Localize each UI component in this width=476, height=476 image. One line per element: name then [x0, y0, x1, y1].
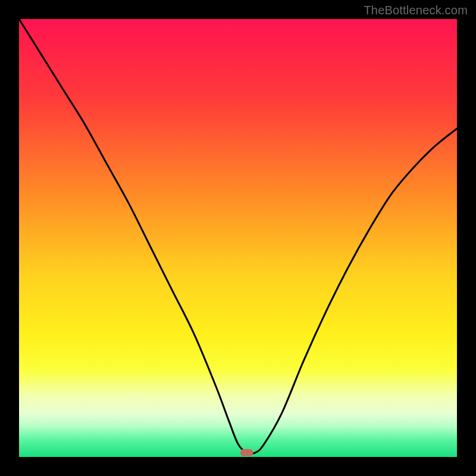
chart-svg	[19, 19, 457, 457]
chart-background-gradient	[19, 19, 457, 457]
outer-frame: TheBottleneck.com	[0, 0, 476, 476]
chart-plot-area	[19, 19, 457, 457]
watermark-text: TheBottleneck.com	[364, 4, 468, 17]
optimal-point-marker	[240, 449, 253, 456]
